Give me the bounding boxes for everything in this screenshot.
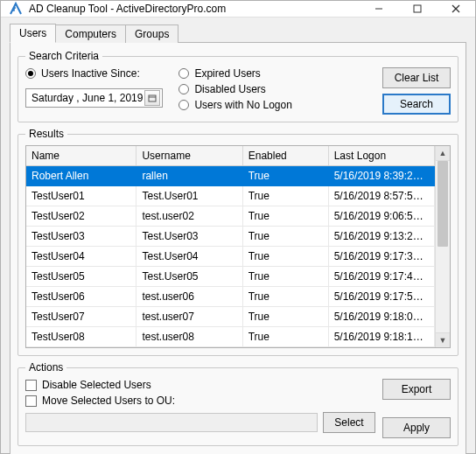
cell-lastlogon: 5/16/2019 9:18:09 ... [328, 307, 434, 327]
titlebar: AD Cleanup Tool - ActiveDirectoryPro.com [1, 1, 475, 17]
cell-lastlogon: 5/16/2019 9:17:31 ... [328, 247, 434, 267]
radio-inactive-since[interactable]: Users Inactive Since: [25, 67, 163, 80]
cell-username: test.user06 [136, 287, 242, 307]
cell-enabled: True [242, 287, 328, 307]
svg-rect-1 [414, 5, 421, 12]
radio-icon [25, 68, 36, 79]
table-row[interactable]: TestUser03Test.User03True5/16/2019 9:13:… [26, 227, 435, 247]
tab-page-users: Search Criteria Users Inactive Since: Sa… [10, 42, 466, 454]
col-header-enabled[interactable]: Enabled [242, 146, 328, 166]
radio-disabled-users[interactable]: Disabled Users [178, 83, 375, 95]
table-row[interactable]: TestUser08test.user08True5/16/2019 9:18:… [26, 327, 435, 347]
calendar-dropdown-icon[interactable] [144, 90, 160, 106]
tab-groups[interactable]: Groups [125, 24, 178, 43]
table-header-row: Name Username Enabled Last Logon [26, 146, 435, 166]
tab-strip: Users Computers Groups [10, 23, 466, 42]
radio-no-logon[interactable]: Users with No Logon [178, 99, 375, 111]
checkbox-move-users[interactable]: Move Selected Users to OU: [25, 395, 375, 407]
cell-lastlogon: 5/16/2019 9:13:27 ... [328, 227, 434, 247]
cell-name: TestUser03 [26, 227, 136, 247]
checkbox-disable-users[interactable]: Disable Selected Users [25, 379, 375, 391]
cell-name: TestUser07 [26, 307, 136, 327]
checkbox-disable-label: Disable Selected Users [42, 379, 151, 391]
tab-users[interactable]: Users [10, 24, 56, 43]
checkbox-move-label: Move Selected Users to OU: [42, 395, 175, 407]
window-title: AD Cleanup Tool - ActiveDirectoryPro.com [29, 3, 226, 15]
date-value: Saturday , June 1, 2019 [32, 92, 143, 104]
maximize-button[interactable] [398, 1, 437, 17]
svg-rect-4 [149, 95, 156, 101]
table-row[interactable]: TestUser05Test.User05True5/16/2019 9:17:… [26, 267, 435, 287]
date-picker[interactable]: Saturday , June 1, 2019 [25, 88, 163, 108]
radio-disabled-label: Disabled Users [194, 83, 265, 95]
actions-group: Actions Disable Selected Users Move Sele… [18, 361, 458, 446]
cell-username: Test.User03 [136, 227, 242, 247]
cell-enabled: True [242, 327, 328, 347]
cell-enabled: True [242, 227, 328, 247]
checkbox-icon [25, 380, 37, 391]
scroll-down-icon[interactable]: ▼ [436, 332, 450, 347]
cell-lastlogon: 5/16/2019 8:39:25 ... [328, 166, 434, 186]
cell-name: TestUser02 [26, 206, 136, 227]
minimize-button[interactable] [360, 1, 398, 17]
radio-expired-users[interactable]: Expired Users [178, 67, 375, 80]
radio-icon [178, 84, 189, 94]
results-group: Results Name Username Enabled [18, 128, 458, 356]
col-header-lastlogon[interactable]: Last Logon [328, 146, 434, 166]
cell-lastlogon: 5/16/2019 8:57:54 ... [328, 186, 434, 206]
results-table[interactable]: Name Username Enabled Last Logon Robert … [26, 146, 435, 347]
scroll-up-icon[interactable]: ▲ [436, 146, 450, 161]
cell-name: TestUser08 [26, 327, 136, 347]
radio-icon [178, 100, 189, 110]
col-header-username[interactable]: Username [136, 146, 242, 166]
search-criteria-group: Search Criteria Users Inactive Since: Sa… [18, 50, 458, 122]
search-criteria-legend: Search Criteria [25, 50, 102, 62]
app-window: AD Cleanup Tool - ActiveDirectoryPro.com… [0, 0, 476, 454]
radio-expired-label: Expired Users [194, 67, 260, 80]
results-scrollbar[interactable]: ▲ ▼ [435, 146, 450, 347]
cell-enabled: True [242, 247, 328, 267]
results-legend: Results [25, 128, 67, 140]
results-table-container: Name Username Enabled Last Logon Robert … [25, 145, 451, 348]
cell-lastlogon: 5/16/2019 9:18:18 ... [328, 327, 434, 347]
cell-name: TestUser04 [26, 247, 136, 267]
cell-lastlogon: 5/16/2019 9:17:59 ... [328, 287, 434, 307]
close-button[interactable] [437, 1, 475, 17]
cell-lastlogon: 5/16/2019 9:06:58 ... [328, 206, 434, 227]
cell-enabled: True [242, 267, 328, 287]
checkbox-icon [25, 395, 37, 407]
table-row[interactable]: TestUser04Test.User04True5/16/2019 9:17:… [26, 247, 435, 267]
cell-username: rallen [136, 166, 242, 186]
cell-username: test.user08 [136, 327, 242, 347]
col-header-name[interactable]: Name [26, 146, 136, 166]
cell-username: Test.User05 [136, 267, 242, 287]
table-row[interactable]: Robert AllenrallenTrue5/16/2019 8:39:25 … [26, 166, 435, 186]
export-button[interactable]: Export [382, 379, 451, 400]
cell-enabled: True [242, 307, 328, 327]
tab-computers[interactable]: Computers [55, 24, 126, 43]
search-button[interactable]: Search [382, 94, 451, 115]
cell-name: Robert Allen [26, 166, 136, 186]
cell-enabled: True [242, 166, 328, 186]
cell-name: TestUser01 [26, 186, 136, 206]
ou-path-textbox[interactable] [25, 413, 318, 432]
table-row[interactable]: TestUser01Test.User01True5/16/2019 8:57:… [26, 186, 435, 206]
cell-enabled: True [242, 206, 328, 227]
radio-inactive-label: Users Inactive Since: [41, 67, 140, 80]
app-icon [8, 1, 24, 17]
cell-enabled: True [242, 186, 328, 206]
table-row[interactable]: TestUser07test.user07True5/16/2019 9:18:… [26, 307, 435, 327]
table-row[interactable]: TestUser02test.user02True5/16/2019 9:06:… [26, 206, 435, 227]
actions-legend: Actions [25, 361, 66, 374]
cell-username: test.user02 [136, 206, 242, 227]
scroll-track[interactable] [436, 161, 450, 332]
cell-name: TestUser05 [26, 267, 136, 287]
apply-button[interactable]: Apply [382, 417, 451, 438]
cell-name: TestUser06 [26, 287, 136, 307]
clear-list-button[interactable]: Clear List [382, 67, 451, 88]
scroll-thumb[interactable] [438, 161, 448, 247]
cell-username: test.user07 [136, 307, 242, 327]
table-row[interactable]: TestUser06test.user06True5/16/2019 9:17:… [26, 287, 435, 307]
select-ou-button[interactable]: Select [323, 412, 375, 433]
cell-lastlogon: 5/16/2019 9:17:48 ... [328, 267, 434, 287]
